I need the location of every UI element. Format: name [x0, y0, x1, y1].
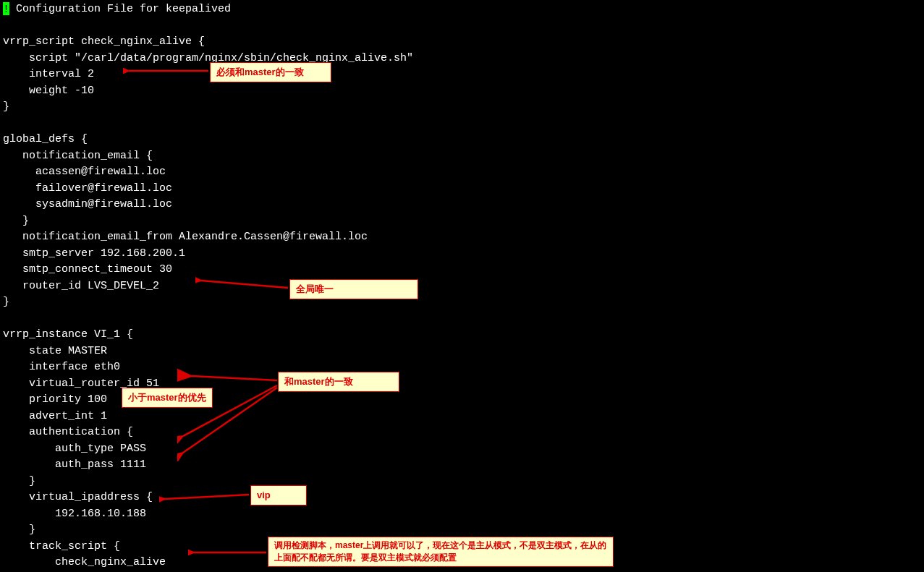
config-line — [3, 311, 921, 328]
config-text: Configuration File for keepalived — [9, 3, 231, 15]
config-line: ! Configuration File for keepalived — [3, 1, 921, 18]
config-line: vrrp_instance VI_1 { — [3, 327, 921, 343]
annotation-routerid: 全局唯一 — [289, 279, 418, 299]
config-line: global_defs { — [3, 132, 921, 148]
annotation-track-script: 调用检测脚本，master上调用就可以了，现在这个是主从模式，不是双主模式，在从… — [268, 537, 614, 567]
config-line: smtp_connect_timeout 30 — [3, 262, 921, 278]
cursor-indicator: ! — [3, 2, 9, 15]
terminal-output: ! Configuration File for keepalived vrrp… — [0, 0, 924, 572]
config-line: } — [3, 213, 921, 230]
config-line: acassen@firewall.loc — [3, 164, 921, 181]
config-line: state MASTER — [3, 343, 921, 360]
annotation-vip: vip — [250, 485, 307, 505]
config-line: } — [3, 99, 921, 116]
config-line: sysadmin@firewall.loc — [3, 197, 921, 213]
annotation-interval: 必须和master的一致 — [210, 62, 331, 82]
config-line: } — [3, 294, 921, 311]
config-line: interval 2 — [3, 67, 921, 83]
config-line: smtp_server 192.168.200.1 — [3, 246, 921, 262]
config-line: 192.168.10.188 — [3, 506, 921, 523]
config-line: interface eth0 — [3, 359, 921, 376]
config-line: authentication { — [3, 424, 921, 441]
config-line: notification_email { — [3, 148, 921, 165]
config-line: notification_email_from Alexandre.Cassen… — [3, 229, 921, 246]
annotation-priority: 小于master的优先 — [122, 388, 213, 408]
config-line: advert_int 1 — [3, 409, 921, 425]
config-line: vrrp_script check_nginx_alive { — [3, 34, 921, 51]
annotation-virtual-router: 和master的一致 — [278, 372, 399, 392]
config-line: auth_pass 1111 — [3, 457, 921, 474]
config-line: auth_type PASS — [3, 441, 921, 458]
config-line: weight -10 — [3, 83, 921, 100]
config-line: } — [3, 474, 921, 490]
config-line: script "/carl/data/program/nginx/sbin/ch… — [3, 51, 921, 67]
config-line — [3, 116, 921, 132]
config-line — [3, 18, 921, 35]
config-line: router_id LVS_DEVEL_2 — [3, 278, 921, 295]
config-line: failover@firewall.loc — [3, 181, 921, 197]
config-line: virtual_ipaddress { — [3, 490, 921, 506]
